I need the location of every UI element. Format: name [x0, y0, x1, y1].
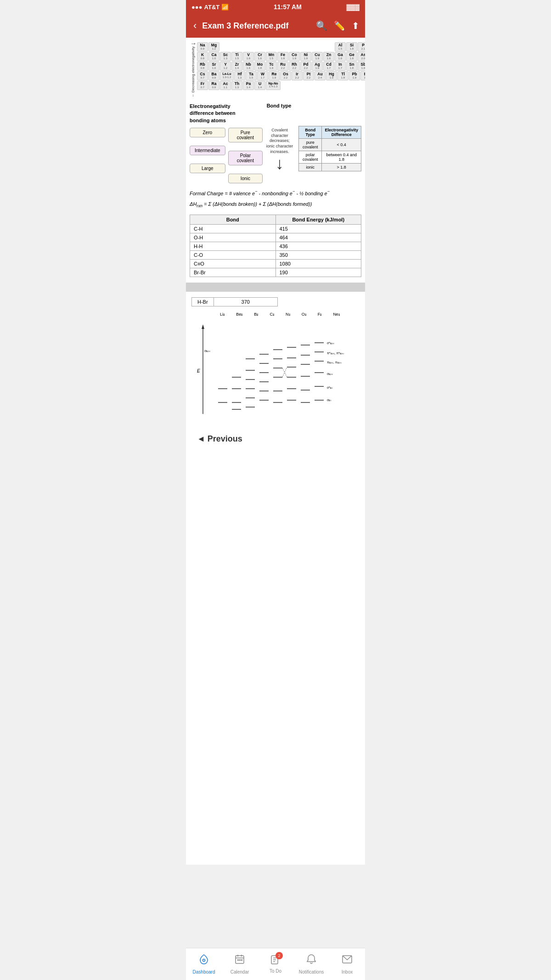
page-separator	[186, 283, 365, 292]
mo-svg-container: E σ₂ₚₓ	[191, 317, 360, 425]
table-row: C-O 350	[190, 250, 361, 259]
bond-type-table-container: Bond Type Electronegativity Difference p…	[297, 126, 361, 171]
carrier-label: AT&T	[204, 4, 220, 11]
pt-cell-p: P2.1	[358, 42, 365, 51]
search-icon[interactable]: 🔍	[316, 20, 327, 31]
ionic-box: Ionic	[228, 174, 263, 183]
svg-line-44	[282, 368, 287, 377]
polar-covalent-value: between 0.4 and 1.8	[322, 151, 361, 163]
status-carrier: ●●● AT&T 📶	[191, 4, 229, 11]
large-box: Large	[190, 164, 225, 173]
vertical-label: ← Decreasing electronegativity ↓	[190, 42, 196, 97]
polar-covalent-box: Polar covalent	[228, 151, 263, 165]
energy-ch: 415	[276, 224, 361, 233]
sigma-2s-label: σ₂ₛ	[327, 398, 332, 402]
energy-brbr: 190	[276, 268, 361, 277]
hbr-label: H-Br	[192, 297, 214, 306]
mo-label-c2: C₂	[270, 312, 275, 317]
formal-charge-section: Formal Charge = # valence e− - nonbondin…	[190, 189, 361, 209]
electro-title: Electronegativitydifference betweenbondi…	[190, 103, 236, 124]
pi-2py-2pz-label: π₂ₚᵧ, π₂ₚᵤ	[327, 361, 342, 364]
pi-star-2py-2pz-label: π*₂ₚᵧ, π*₂ₚᵤ	[327, 351, 344, 355]
back-button[interactable]: ‹	[191, 20, 198, 32]
table-row: Br-Br 190	[190, 268, 361, 277]
edit-icon[interactable]: ✏️	[334, 20, 345, 31]
pt-cell-al: Al1.5	[335, 42, 346, 51]
energy-co: 350	[276, 250, 361, 259]
polar-covalent-label: polar covalent	[298, 151, 322, 163]
bond-ch: C-H	[190, 224, 276, 233]
sigma2px-left-label: σ₂ₚₓ	[204, 349, 210, 352]
mo-label-b2: B₂	[254, 312, 259, 317]
share-icon[interactable]: ⬆	[352, 20, 360, 31]
pt-row-2: K0.8 Ca1.0 Sc1.3 Ti1.5 V1.6 Cr1.6 Mn1.5 …	[197, 52, 365, 61]
arrow-text: Covalent character decreases; ionic char…	[265, 128, 294, 154]
mo-labels-top: Li₂ Be₂ B₂ C₂ N₂ O₂ F₂ Ne₂	[191, 312, 360, 317]
periodic-table-section: ← Decreasing electronegativity ↓ Na0.9 M…	[190, 42, 361, 97]
mo-label-f2: F₂	[318, 312, 322, 317]
pdf-content: ← Decreasing electronegativity ↓ Na0.9 M…	[186, 38, 365, 865]
electro-diff-header: Electronegativity Difference	[322, 126, 361, 138]
sigma-star-2px-label: σ*₂ₚₓ	[327, 341, 334, 345]
status-bar: ●●● AT&T 📶 11:57 AM ▓▓▓	[186, 0, 365, 14]
bond-co: C-O	[190, 250, 276, 259]
pure-covalent-value: < 0.4	[322, 138, 361, 151]
table-row: O-H 464	[190, 233, 361, 242]
delta-h-formula: ΔHrxn = Σ (ΔH(bonds broken)) + Σ (ΔH(bon…	[190, 201, 361, 209]
mo-label-ne2: Ne₂	[333, 312, 340, 317]
pure-covalent-label: pure covalent	[298, 138, 322, 151]
mo-energy-diagram: E σ₂ₚₓ	[191, 317, 357, 423]
document-title: Exam 3 Reference.pdf	[202, 21, 312, 31]
table-row: H-H 436	[190, 242, 361, 250]
signal-icon: ●●●	[191, 4, 202, 11]
bond-energy-section: Bond Bond Energy (kJ/mol) C-H 415 O-H 46…	[190, 215, 361, 277]
pt-row-5: Fr0.7 Ra0.9 Ac1.1 Th1.3 Pa1.4 U1.4 Np-No…	[197, 81, 365, 90]
svg-marker-1	[202, 324, 204, 329]
bond-cto: C≡O	[190, 259, 276, 268]
covalent-arrow-section: Covalent character decreases; ionic char…	[265, 128, 294, 172]
previous-section: ◄ Previous	[190, 425, 361, 453]
mo-label-o2: O₂	[302, 312, 307, 317]
sigma-star-2s-label: σ*₂ₛ	[327, 386, 333, 389]
energy-cto: 1080	[276, 259, 361, 268]
status-time: 11:57 AM	[274, 3, 302, 11]
bond-brbr: Br-Br	[190, 268, 276, 277]
table-row: C-H 415	[190, 224, 361, 233]
electronegativity-left-col: Zero Intermediate Large	[190, 128, 225, 173]
sigma-2px-label: σ₂ₚₓ	[327, 372, 333, 375]
mo-label-n2: N₂	[286, 312, 291, 317]
previous-button[interactable]: ◄ Previous	[197, 434, 242, 443]
ionic-value: > 1.8	[322, 163, 361, 171]
navigation-bar: ‹ Exam 3 Reference.pdf 🔍 ✏️ ⬆	[186, 14, 365, 38]
mo-label-be2: Be₂	[236, 312, 243, 317]
bond-type-table: Bond Type Electronegativity Difference p…	[298, 126, 361, 171]
bond-type-label: Bond type	[267, 103, 292, 108]
bond-col-header: Bond	[190, 215, 276, 224]
bond-type-header: Bond Type	[298, 126, 322, 138]
pt-cell-na: Na0.9	[197, 42, 208, 51]
zero-box: Zero	[190, 128, 225, 137]
formal-charge-formula: Formal Charge = # valence e− - nonbondin…	[190, 189, 361, 197]
mo-label-li2: Li₂	[220, 312, 225, 317]
hbr-value: 370	[214, 297, 277, 306]
ionic-label: ionic	[298, 163, 322, 171]
svg-line-45	[282, 367, 287, 377]
periodic-table-grid: Na0.9 Mg1.2 Al1.5 Si1.8 P2.1 S2.5 Cl3.0 …	[197, 42, 365, 97]
mo-diagram-section: H-Br 370 Li₂ Be₂ B₂ C₂ N₂ O₂ F₂ Ne₂ E	[190, 297, 361, 425]
pt-row-4: Cs0.7 Ba0.9 La-Lu1.0-1.2 Hf1.3 Ta1.5 W1.…	[197, 71, 365, 80]
electronegativity-section: Electronegativitydifference betweenbondi…	[190, 103, 361, 183]
hbr-table: H-Br 370	[191, 297, 278, 306]
bond-hh: H-H	[190, 242, 276, 250]
pt-row-1: Na0.9 Mg1.2 Al1.5 Si1.8 P2.1 S2.5 Cl3.0	[197, 42, 365, 51]
energy-col-header: Bond Energy (kJ/mol)	[276, 215, 361, 224]
pt-cell-mg: Mg1.2	[208, 42, 219, 51]
table-row: C≡O 1080	[190, 259, 361, 268]
battery-icon: ▓▓▓	[347, 4, 360, 11]
energy-axis-label: E	[197, 368, 200, 374]
energy-oh: 464	[276, 233, 361, 242]
electronegativity-right-col: Pure covalent Polar covalent Ionic	[228, 128, 263, 183]
pure-covalent-box: Pure covalent	[228, 128, 263, 142]
bond-oh: O-H	[190, 233, 276, 242]
pt-row-3: Rb0.8 Sr1.0 Y1.2 Zr1.4 Nb1.6 Mo1.8 Tc1.9…	[197, 62, 365, 71]
bond-energy-table: Bond Bond Energy (kJ/mol) C-H 415 O-H 46…	[190, 215, 361, 277]
